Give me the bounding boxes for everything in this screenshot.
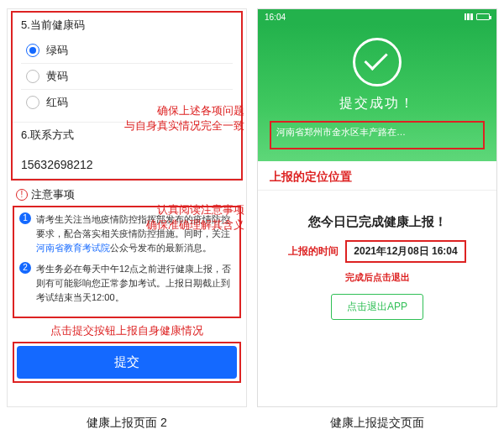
phone-value: 15632698212 [13, 154, 241, 179]
notice-heading: 注意事项 [31, 187, 75, 202]
captions-row: 健康上报页面 2 健康上报提交页面 [7, 416, 497, 431]
notice-body-box: 1 请考生关注当地疫情防控指挥部发布的疫情防控要求，配合落实相关疫情防控措施。同… [13, 206, 241, 318]
submit-wrap: 提交 [8, 342, 246, 388]
notice1-link[interactable]: 河南省教育考试院 [36, 243, 110, 253]
form-screenshot: 5.当前健康码 绿码 黄码 红码 确保上述各项问题 与自身真实情况完全一致 6.… [7, 8, 247, 407]
radio-label: 绿码 [46, 43, 68, 58]
status-icons [465, 13, 490, 20]
notice-item-2: 2 考生务必在每天中午12点之前进行健康上报，否则有可能影响您正常参加考试。上报… [19, 262, 234, 305]
notice1-text: 请考生关注当地疫情防控指挥部发布的疫情防控要求，配合落实相关疫情防控措施。同时，… [36, 212, 234, 255]
radio-option-red[interactable]: 红码 [21, 90, 233, 115]
radio-icon [26, 70, 39, 83]
done-area: 您今日已完成健康上报！ 上报的时间 2021年12月08日 16:04 完成后点… [258, 191, 496, 406]
radio-label: 黄码 [46, 69, 68, 84]
caption-left: 健康上报页面 2 [7, 416, 247, 431]
exit-hint: 完成后点击退出 [258, 271, 496, 284]
radio-label: 红码 [46, 95, 68, 110]
notice2-text: 考生务必在每天中午12点之前进行健康上报，否则有可能影响您正常参加考试。上报日期… [36, 262, 234, 305]
annotation-submit: 点击提交按钮上报自身健康情况 [8, 322, 246, 342]
radio-icon [26, 44, 39, 57]
notice-heading-row: ! 注意事项 [8, 181, 246, 206]
status-time: 16:04 [265, 13, 286, 22]
done-title: 您今日已完成健康上报！ [258, 214, 496, 230]
number-badge-icon: 1 [19, 212, 31, 224]
caption-right: 健康上报提交页面 [257, 416, 497, 431]
health-code-section-box: 5.当前健康码 绿码 黄码 红码 确保上述各项问题 与自身真实情况完全一致 6.… [11, 11, 243, 181]
status-bar: 16:04 [258, 9, 496, 24]
address-text: 河南省郑州市金水区丰产路在… [276, 127, 406, 137]
radio-option-green[interactable]: 绿码 [21, 38, 233, 64]
success-text: 提交成功！ [258, 95, 496, 113]
time-value: 2021年12月08日 16:04 [345, 240, 465, 263]
success-screenshot: 16:04 提交成功！ 河南省郑州市金水区丰产路在… 上报的定位位置 您今日已完… [257, 8, 497, 407]
section5-title: 5.当前健康码 [21, 18, 233, 33]
notice-item-1: 1 请考生关注当地疫情防控指挥部发布的疫情防控要求，配合落实相关疫情防控措施。同… [19, 212, 234, 255]
submit-button-box: 提交 [13, 342, 241, 383]
success-banner: 提交成功！ 河南省郑州市金水区丰产路在… [258, 24, 496, 161]
number-badge-icon: 2 [19, 262, 31, 274]
signal-icon [465, 13, 473, 20]
radio-icon [26, 96, 39, 109]
time-row: 上报的时间 2021年12月08日 16:04 [258, 240, 496, 263]
time-label: 上报的时间 [288, 244, 339, 259]
contact-section: 6.联系方式 [13, 122, 241, 154]
exit-app-button[interactable]: 点击退出APP [331, 294, 423, 320]
battery-icon [476, 13, 490, 20]
submit-button[interactable]: 提交 [17, 346, 237, 379]
info-icon: ! [16, 189, 28, 201]
check-circle-icon [353, 38, 402, 86]
address-box: 河南省郑州市金水区丰产路在… [270, 121, 485, 149]
health-code-section: 5.当前健康码 绿码 黄码 红码 [13, 13, 241, 122]
radio-option-yellow[interactable]: 黄码 [21, 64, 233, 90]
section6-title: 6.联系方式 [21, 128, 233, 143]
location-label: 上报的定位位置 [258, 161, 496, 191]
check-mark-icon [364, 47, 387, 71]
